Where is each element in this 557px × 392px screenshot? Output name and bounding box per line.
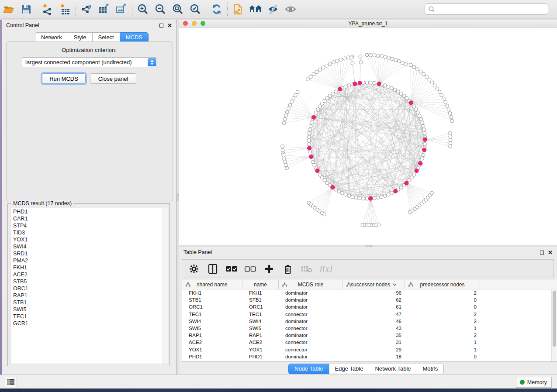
mcds-result-item[interactable]: TEC1 xyxy=(10,313,168,320)
mcds-result-item[interactable]: FKH1 xyxy=(10,264,168,271)
result-list-scrollbar[interactable] xyxy=(163,208,168,364)
table-row[interactable]: ACE2ACE2connector311 xyxy=(182,339,557,346)
mcds-result-item[interactable]: ACE2 xyxy=(10,271,168,278)
mcds-result-item[interactable]: CAR1 xyxy=(10,215,168,222)
mcds-result-item[interactable]: SWI5 xyxy=(10,306,168,313)
column-header-name[interactable]: name xyxy=(242,280,279,289)
cell-MCDS-role: connector xyxy=(279,340,343,345)
cell-MCDS-role: dominator xyxy=(279,297,343,303)
refresh-button[interactable] xyxy=(208,1,225,17)
scrollbar-thumb[interactable] xyxy=(553,291,556,347)
export-table-icon xyxy=(98,3,110,15)
mcds-result-item[interactable]: GCR1 xyxy=(10,320,168,327)
criterion-dropdown[interactable]: largest connected component (undirected) xyxy=(21,57,157,67)
cell-predecessor-nodes: 1 xyxy=(405,340,480,345)
run-mcds-button[interactable]: Run MCDS xyxy=(42,73,86,84)
zoom-fit-button[interactable] xyxy=(169,1,187,17)
save-session-button[interactable] xyxy=(17,1,35,17)
cell-name: TEC1 xyxy=(242,312,279,317)
import-network-button[interactable] xyxy=(39,1,56,17)
tab-edge-table[interactable]: Edge Table xyxy=(329,364,370,374)
tab-network-table[interactable]: Network Table xyxy=(369,364,417,374)
zoom-out-button[interactable] xyxy=(152,1,169,17)
zoom-selected-button[interactable] xyxy=(187,1,204,17)
cell-shared-name: SWI5 xyxy=(182,326,242,331)
hide-graphics-details-button[interactable] xyxy=(264,1,282,17)
table-row[interactable]: SWI4SWI4dominator462 xyxy=(182,318,557,325)
mcds-result-item[interactable]: TID3 xyxy=(10,229,168,236)
mcds-result-item[interactable]: PMA2 xyxy=(10,257,168,264)
table-row[interactable]: RAP1RAP1dominator352 xyxy=(182,332,557,339)
column-header-MCDS-role[interactable]: MCDS role xyxy=(279,280,343,289)
column-header-shared-name[interactable]: shared name xyxy=(182,280,242,289)
mcds-result-item[interactable]: YOX1 xyxy=(10,236,168,243)
memory-button[interactable]: Memory xyxy=(516,377,552,388)
close-panel-icon[interactable]: ✕ xyxy=(167,24,172,28)
mcds-result-item[interactable]: SWI4 xyxy=(10,243,168,250)
cell-name: PHD1 xyxy=(242,354,279,359)
column-settings-button[interactable] xyxy=(188,263,200,275)
open-folder-icon xyxy=(3,3,15,15)
panel-mode-button[interactable] xyxy=(207,263,218,275)
table-row[interactable]: SWI5SWI5connector431 xyxy=(182,325,557,332)
tab-node-table[interactable]: Node Table xyxy=(288,364,329,374)
share-document-icon xyxy=(232,3,244,15)
select-all-button[interactable] xyxy=(226,263,237,275)
application-window: Control Panel ✕ NetworkStyleSelectMCDS O… xyxy=(0,0,557,392)
network-canvas[interactable] xyxy=(179,28,557,245)
deselect-all-button[interactable] xyxy=(245,263,256,275)
mcds-result-item[interactable]: ORC1 xyxy=(10,285,168,292)
table-row[interactable]: YOX1YOX1connector291 xyxy=(182,346,557,353)
network-nodes[interactable] xyxy=(281,53,454,227)
mcds-result-item[interactable]: RAP1 xyxy=(10,292,168,299)
gear-icon xyxy=(189,264,199,274)
table-row[interactable]: FKH1FKH1dominator962 xyxy=(182,289,557,296)
mcds-result-item[interactable]: PHD1 xyxy=(10,208,168,215)
control-panel-title: Control Panel xyxy=(6,22,39,28)
zoom-in-button[interactable] xyxy=(134,1,152,17)
fx-icon: f(x) xyxy=(319,265,332,273)
mcds-result-item[interactable]: STP4 xyxy=(10,222,168,229)
function-builder-button[interactable]: f(x) xyxy=(320,263,331,275)
export-network-button[interactable] xyxy=(78,1,95,17)
share-document-button[interactable] xyxy=(229,1,247,17)
network-window-titlebar[interactable]: YPA_prune.txt_1 xyxy=(179,20,557,28)
add-column-button[interactable] xyxy=(263,263,275,275)
tab-motifs[interactable]: Motifs xyxy=(417,364,444,374)
task-history-button[interactable] xyxy=(5,377,17,387)
delete-column-button[interactable] xyxy=(282,263,294,275)
float-panel-icon[interactable] xyxy=(159,24,163,28)
table-row[interactable]: TEC1TEC1connector472 xyxy=(182,311,557,318)
column-header-successor-nodes[interactable]: successor nodes xyxy=(343,280,405,289)
mcds-result-item[interactable]: SRD1 xyxy=(10,250,168,257)
export-table-button[interactable] xyxy=(95,1,113,17)
float-panel-icon[interactable] xyxy=(540,251,544,254)
cell-predecessor-nodes: 2 xyxy=(405,333,480,338)
cell-MCDS-role: dominator xyxy=(279,333,343,338)
delete-table-button[interactable] xyxy=(301,263,312,275)
import-table-button[interactable] xyxy=(56,1,74,17)
column-label: shared name xyxy=(197,282,227,288)
column-header-predecessor-nodes[interactable]: predecessor nodes xyxy=(405,280,480,289)
close-panel-button[interactable]: Close panel xyxy=(90,73,136,84)
refresh-icon xyxy=(211,3,223,15)
table-row[interactable]: ORC1ORC1dominator610 xyxy=(182,303,557,310)
export-image-button[interactable] xyxy=(113,1,130,17)
home-button[interactable] xyxy=(247,1,264,17)
mcds-result-item[interactable]: STB5 xyxy=(10,278,168,285)
mcds-result-list[interactable]: PHD1CAR1STP4TID3YOX1SWI4SRD1PMA2FKH1ACE2… xyxy=(10,208,168,364)
table-row[interactable]: PHD1PHD1dominator180 xyxy=(182,353,557,360)
table-scrollbar[interactable] xyxy=(551,290,557,361)
import-network-icon xyxy=(42,3,54,15)
desktop-edge-bottom xyxy=(0,389,557,392)
mcds-result-item[interactable]: STB1 xyxy=(10,299,168,306)
control-panel: Control Panel ✕ NetworkStyleSelectMCDS O… xyxy=(2,20,177,375)
open-session-button[interactable] xyxy=(0,1,17,17)
delete-table-icon xyxy=(301,265,312,273)
network-graph[interactable] xyxy=(179,28,557,245)
table-row[interactable]: STB1STB1dominator620 xyxy=(182,296,557,303)
close-panel-icon[interactable]: ✕ xyxy=(548,251,553,254)
search-input[interactable] xyxy=(436,5,548,14)
show-graphics-details-button[interactable] xyxy=(282,1,299,17)
search-box[interactable] xyxy=(425,3,548,15)
